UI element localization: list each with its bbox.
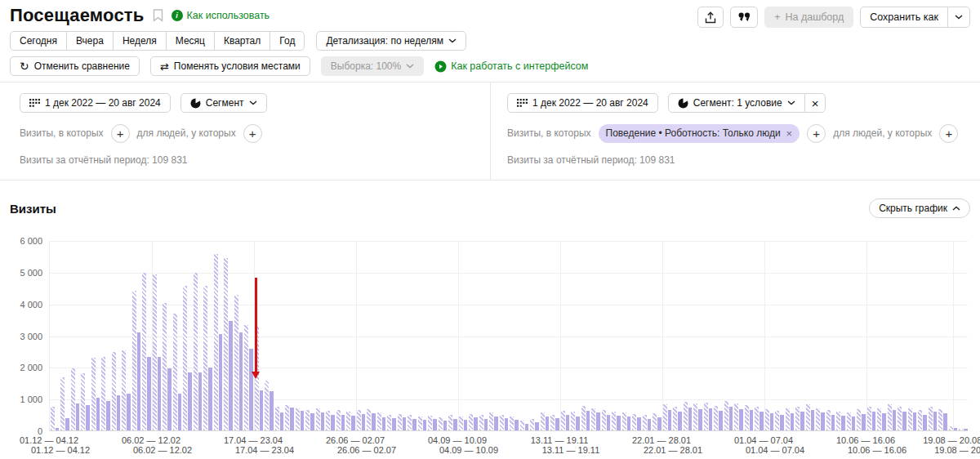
bar-solid <box>443 421 448 430</box>
condition-chip[interactable]: Поведение • Роботность: Только люди × <box>599 124 800 143</box>
detail-select[interactable]: Детализация: по неделям <box>316 31 466 51</box>
sampling-select[interactable]: Выборка: 100% <box>321 56 424 76</box>
segment-close-button[interactable]: × <box>804 93 826 113</box>
x-tick-label: 01.04 — 07.04 <box>746 445 804 455</box>
x-tick-label: 26.06 — 02.07 <box>326 435 385 445</box>
bar-hatched <box>489 412 493 430</box>
bar-hatched <box>244 325 248 430</box>
bar-hatched <box>336 410 341 430</box>
bar-hatched <box>806 404 810 430</box>
bar-solid <box>821 412 825 430</box>
y-axis: 6 0005 0004 0003 0002 0001 0000 <box>0 241 42 431</box>
bar-hatched <box>795 407 800 431</box>
bar-hatched <box>643 415 647 430</box>
date-range-button[interactable]: 1 дек 2022 — 20 авг 2024 <box>20 93 171 113</box>
compare-toolbar: ↻ Отменить сравнение ⇄ Поменять условия … <box>10 56 588 76</box>
bar-solid <box>514 420 519 430</box>
bar-solid <box>86 405 90 430</box>
bar-solid <box>372 413 376 430</box>
tab-year[interactable]: Год <box>270 31 305 51</box>
info-icon: i <box>172 10 183 21</box>
x-tick-label: 10.06 — 16.06 <box>836 435 895 445</box>
hide-chart-button[interactable]: Скрыть график <box>869 198 970 218</box>
bar-solid <box>65 418 69 430</box>
gridline <box>356 241 357 430</box>
bar-hatched <box>387 415 391 430</box>
calendar-icon <box>29 99 40 108</box>
dashboard-button[interactable]: + На дашборд <box>764 7 853 28</box>
interface-help-link[interactable]: Как работать с интерфейсом <box>434 60 588 73</box>
bar-hatched <box>132 291 136 430</box>
add-people-condition-button[interactable]: + <box>939 124 958 143</box>
bar-solid <box>648 419 652 430</box>
segment-panel-a: 1 дек 2022 — 20 авг 2024 Сегмент Визиты,… <box>0 82 490 180</box>
bar-solid <box>750 410 754 430</box>
chart-title: Визиты <box>10 202 56 216</box>
bar-solid <box>494 417 498 430</box>
bar-hatched <box>439 417 443 430</box>
how-to-use-link[interactable]: i Как использовать <box>172 10 270 21</box>
bookmark-icon[interactable] <box>153 9 163 22</box>
bar-hatched <box>418 417 422 430</box>
topbar: Посещаемость i Как использовать + На даш… <box>10 5 970 31</box>
x-tick-label: 17.04 — 23.04 <box>224 435 283 445</box>
bar-solid <box>484 419 488 430</box>
segment-button[interactable]: Сегмент: 1 условие <box>668 93 805 113</box>
bar-solid <box>943 413 947 430</box>
tab-today[interactable]: Сегодня <box>10 31 67 51</box>
bar-solid <box>546 417 550 430</box>
swap-conditions-button[interactable]: ⇄ Поменять условия местами <box>150 56 310 76</box>
bar-solid <box>56 428 60 430</box>
add-visit-condition-button[interactable]: + <box>807 124 826 143</box>
bar-solid <box>902 412 906 430</box>
bar-hatched <box>622 412 626 430</box>
bar-hatched <box>949 426 953 430</box>
bar-solid <box>382 417 386 430</box>
add-people-condition-button[interactable]: + <box>243 124 262 143</box>
bar-hatched <box>60 377 65 430</box>
segment-button[interactable]: Сегмент <box>180 93 267 113</box>
bar-hatched <box>632 414 636 430</box>
calendar-icon <box>517 99 528 108</box>
bar-hatched <box>693 403 697 430</box>
bar-solid <box>657 417 662 430</box>
bar-solid <box>453 419 457 430</box>
bar-solid <box>158 357 162 430</box>
bar-hatched <box>602 410 606 430</box>
bar-solid <box>862 414 866 430</box>
date-range-button[interactable]: 1 дек 2022 — 20 авг 2024 <box>507 93 658 113</box>
tab-month[interactable]: Месяц <box>166 31 215 51</box>
metrica-icon <box>737 11 751 23</box>
bar-solid <box>464 420 468 430</box>
total-visits-label: Визиты за отчётный период: 109 831 <box>20 154 474 166</box>
cancel-compare-button[interactable]: ↻ Отменить сравнение <box>10 56 140 76</box>
bar-hatched <box>296 408 300 430</box>
bar-solid <box>586 411 590 430</box>
bar-hatched <box>684 402 688 430</box>
metrica-logo-button[interactable] <box>730 7 758 28</box>
export-button[interactable] <box>697 7 724 28</box>
save-as-chevron-button[interactable] <box>947 7 970 28</box>
chart-plot[interactable] <box>49 241 968 431</box>
x-tick-label: 04.09 — 10.09 <box>428 435 487 445</box>
bar-hatched <box>724 401 728 430</box>
tab-week[interactable]: Неделя <box>113 31 167 51</box>
x-tick-label: 01.12 — 04.12 <box>31 445 90 455</box>
period-tabs-row: Сегодня Вчера Неделя Месяц Квартал Год Д… <box>10 31 466 51</box>
bar-solid <box>954 428 958 430</box>
add-visit-condition-button[interactable]: + <box>111 124 130 143</box>
bar-solid <box>127 394 131 430</box>
bar-solid <box>178 394 182 430</box>
save-as-button[interactable]: Сохранить как <box>860 7 948 28</box>
bar-solid <box>280 412 284 430</box>
y-tick-label: 1 000 <box>20 394 42 404</box>
bar-hatched <box>550 415 555 430</box>
bar-hatched <box>929 407 933 430</box>
bar-solid <box>841 416 845 430</box>
bar-solid <box>270 391 274 430</box>
tab-quarter[interactable]: Квартал <box>214 31 270 51</box>
bar-solid <box>301 411 305 430</box>
tab-yesterday[interactable]: Вчера <box>66 31 114 51</box>
bar-hatched <box>745 405 749 430</box>
chip-close-icon[interactable]: × <box>786 127 793 140</box>
